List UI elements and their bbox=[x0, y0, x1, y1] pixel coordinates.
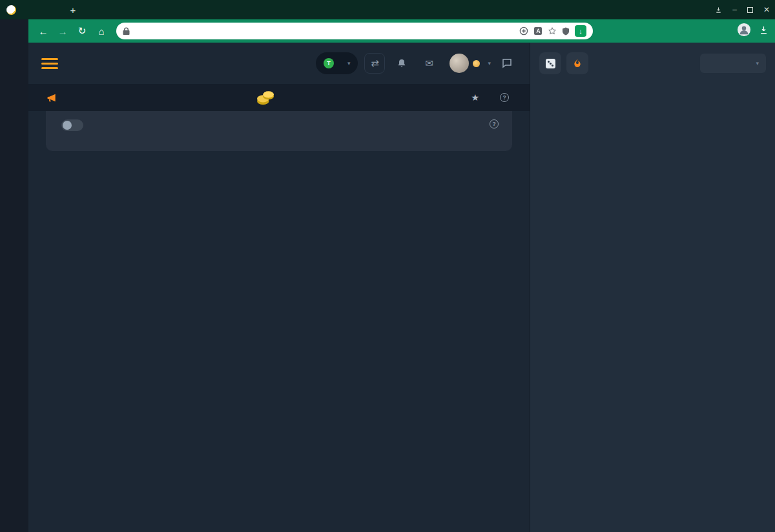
translate-icon[interactable] bbox=[533, 26, 542, 36]
faq-button[interactable]: ? bbox=[500, 93, 513, 102]
browser-tabstrip: + – ✕ bbox=[0, 0, 775, 19]
shield-icon[interactable] bbox=[562, 27, 570, 36]
dice-icon bbox=[546, 59, 555, 68]
bets-tabs bbox=[28, 185, 530, 209]
browser-menu[interactable] bbox=[0, 0, 65, 19]
bets-table bbox=[28, 209, 530, 532]
swap-button[interactable]: ⇄ bbox=[364, 53, 385, 74]
question-icon: ? bbox=[500, 93, 509, 102]
crash-war-link[interactable]: ? bbox=[490, 119, 502, 128]
chevron-down-icon: ▾ bbox=[488, 60, 491, 66]
bets-table-body bbox=[28, 238, 530, 532]
download-page-icon[interactable]: ↓ bbox=[575, 25, 586, 37]
tasks-widget[interactable] bbox=[256, 89, 280, 106]
window-controls: – ✕ bbox=[715, 0, 770, 19]
chevron-down-icon: ▾ bbox=[347, 60, 351, 66]
downloads-icon[interactable] bbox=[759, 25, 769, 37]
notifications-button[interactable] bbox=[391, 53, 412, 74]
new-tab-button[interactable]: + bbox=[65, 0, 81, 19]
chat-toggle-button[interactable] bbox=[497, 54, 517, 73]
user-avatar bbox=[450, 54, 469, 73]
flame-icon bbox=[572, 58, 583, 68]
window-maximize-button[interactable] bbox=[747, 7, 753, 13]
user-menu[interactable]: ▾ bbox=[450, 54, 491, 73]
promo-banner: ★ ? bbox=[28, 84, 530, 111]
lock-icon bbox=[123, 27, 130, 36]
browser-window: + – ✕ ← → ↻ ⌂ bbox=[0, 0, 775, 532]
site-header: ▾ ⇄ ✉ ▾ bbox=[28, 43, 530, 84]
bookmark-star-icon[interactable] bbox=[548, 26, 557, 36]
forward-button[interactable]: → bbox=[54, 23, 71, 39]
session-download-icon[interactable] bbox=[715, 6, 722, 14]
chevron-down-icon: ▾ bbox=[756, 60, 759, 66]
level-badge-icon bbox=[473, 60, 480, 67]
messages-button[interactable]: ✉ bbox=[418, 53, 439, 74]
browser-sidebar bbox=[0, 19, 28, 532]
welcome-message bbox=[45, 92, 65, 103]
question-icon: ? bbox=[490, 119, 499, 128]
balance-selector[interactable]: ▾ bbox=[316, 52, 358, 74]
address-bar[interactable]: ↓ bbox=[116, 23, 593, 39]
profile-avatar-icon[interactable] bbox=[737, 23, 751, 39]
chat-games-button[interactable] bbox=[539, 52, 561, 74]
chat-panel: ▾ bbox=[530, 43, 775, 532]
chat-channel-selector[interactable]: ▾ bbox=[700, 54, 766, 73]
coccoc-logo-icon bbox=[6, 5, 16, 15]
coins-icon bbox=[256, 89, 275, 106]
megaphone-icon bbox=[45, 92, 58, 103]
reload-button[interactable]: ↻ bbox=[74, 23, 90, 39]
trtl-coin-icon bbox=[324, 58, 334, 68]
chat-messages bbox=[530, 84, 775, 532]
site-main: ▾ ⇄ ✉ ▾ bbox=[28, 43, 530, 532]
toolbar-right bbox=[737, 23, 769, 39]
pro-toggle[interactable] bbox=[61, 119, 83, 131]
back-button[interactable]: ← bbox=[35, 23, 52, 39]
window-close-button[interactable]: ✕ bbox=[763, 5, 770, 14]
chat-header: ▾ bbox=[530, 43, 775, 84]
menu-button[interactable] bbox=[41, 58, 58, 69]
bets-table-header bbox=[28, 209, 530, 238]
game-area: ? bbox=[28, 111, 530, 151]
browser-toolbar: ← → ↻ ⌂ bbox=[28, 19, 775, 43]
pro-mode bbox=[56, 119, 83, 131]
home-button[interactable]: ⌂ bbox=[93, 23, 110, 39]
star-icon: ★ bbox=[471, 92, 479, 103]
window-minimize-button[interactable]: – bbox=[732, 5, 737, 14]
rank-button[interactable]: ★ bbox=[471, 92, 483, 103]
chat-trending-button[interactable] bbox=[566, 52, 588, 74]
zoom-icon[interactable] bbox=[519, 26, 528, 36]
